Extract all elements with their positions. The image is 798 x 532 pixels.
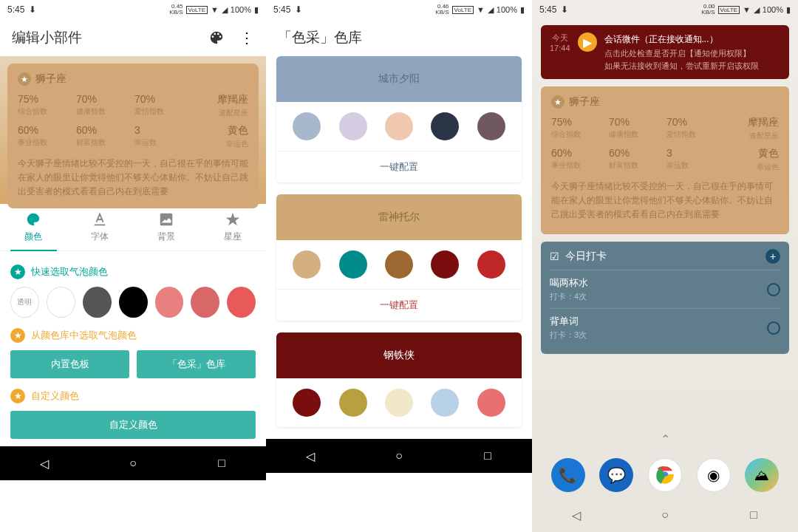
color-library-button[interactable]: 「色采」色库 [137,350,256,378]
color-swatch[interactable] [83,287,112,318]
star-icon: ★ [10,389,25,403]
tab-2[interactable]: 背景 [133,204,200,250]
back-button[interactable]: ◁ [569,508,584,522]
color-swatch[interactable] [47,287,75,318]
palette-swatch[interactable] [293,112,321,140]
palette-swatch[interactable] [477,112,505,140]
tab-3[interactable]: 星座 [200,204,266,250]
send-icon: ▶ [578,33,597,52]
apply-palette-button[interactable]: 一键配置 [276,289,522,321]
custom-color-button[interactable]: 自定义颜色 [10,411,256,439]
page-title: 「色采」色库 [266,19,532,56]
android-navbar: ◁ ○ □ [532,498,798,532]
palette-card: 城市夕阳一键配置 [276,56,522,183]
notification-card[interactable]: 今天17:44 ▶ 会话微件（正在接收通知...） 点击此处检查是否开启【通知使… [541,25,789,79]
status-bar: 5:45⬇ 0.46KB/S VoLTE ▼◢100%▮ [266,0,532,19]
palette-name: 城市夕阳 [276,56,522,102]
page-title: 编辑小部件 [12,28,82,47]
palette-swatch[interactable] [339,112,367,140]
calendar-icon: ☑ [550,250,559,262]
palette-name: 雷神托尔 [276,194,522,240]
palette-swatch[interactable] [385,112,413,140]
recent-button[interactable]: □ [480,449,495,463]
color-swatch[interactable] [155,287,184,318]
status-bar: 5:45⬇ 0.45KB/S VoLTE ▼◢100%▮ [0,0,266,19]
builtin-palette-button[interactable]: 内置色板 [10,350,129,378]
dock: 📞 💬 ◉ ⛰ [532,452,798,498]
star-icon: ★ [10,265,25,279]
section-title: 自定义颜色 [31,389,79,403]
section-title: 快速选取气泡颜色 [31,265,108,279]
todo-widget[interactable]: ☑今日打卡 + 喝两杯水打卡：4次背单词打卡：3次 [541,242,789,354]
palette-swatch[interactable] [339,389,367,417]
palette-swatch[interactable] [339,250,367,279]
palette-swatch[interactable] [293,389,321,417]
add-button[interactable]: + [765,249,780,264]
palette-swatch[interactable] [431,389,459,417]
gallery-app-icon[interactable]: ⛰ [745,458,779,492]
color-swatch[interactable] [191,287,219,318]
chrome-app-icon[interactable] [648,458,682,492]
home-button[interactable]: ○ [126,456,140,471]
palette-swatch[interactable] [477,250,505,279]
todo-item[interactable]: 背单词打卡：3次 [550,309,780,347]
apply-palette-button[interactable]: 一键配置 [276,151,522,183]
tab-0[interactable]: 颜色 [0,204,66,250]
todo-checkbox[interactable] [767,283,780,296]
transparent-swatch[interactable]: 透明 [10,287,39,318]
home-button[interactable]: ○ [658,508,672,522]
palette-name: 钢铁侠 [276,332,522,378]
palette-swatch[interactable] [431,250,459,279]
todo-checkbox[interactable] [767,321,780,335]
recent-button[interactable]: □ [746,508,761,522]
palette-swatch[interactable] [477,389,505,417]
palette-swatch[interactable] [385,389,413,417]
palette-swatch[interactable] [385,250,413,279]
widget-preview: ★狮子座 75%综合指数70%健康指数70%爱情指数摩羯座速配星座60%事业指数… [0,56,266,204]
tab-1[interactable]: 字体 [66,204,133,250]
svg-rect-0 [160,214,173,226]
android-navbar: ◁ ○ □ [0,446,266,480]
palette-swatch[interactable] [431,112,459,140]
horoscope-widget[interactable]: ★狮子座 75%综合指数70%健康指数70%爱情指数摩羯座速配星座60%事业指数… [541,86,789,234]
star-icon: ★ [10,328,25,343]
notif-title: 会话微件（正在接收通知...） [604,33,780,46]
palette-swatch[interactable] [293,250,321,279]
color-swatch[interactable] [227,287,256,318]
notif-time: 今天17:44 [550,33,570,72]
recent-button[interactable]: □ [214,456,229,471]
chevron-up-icon[interactable]: ⌃ [532,426,798,452]
camera-app-icon[interactable]: ◉ [697,458,731,492]
android-navbar: ◁ ○ □ [266,439,532,473]
todo-title: 今日打卡 [565,250,607,263]
palette-icon[interactable] [208,30,225,46]
star-icon: ★ [551,95,565,109]
todo-item[interactable]: 喝两杯水打卡：4次 [550,270,780,309]
star-icon: ★ [18,72,31,86]
back-button[interactable]: ◁ [37,456,52,471]
messages-app-icon[interactable]: 💬 [599,458,633,492]
phone-app-icon[interactable]: 📞 [551,458,585,492]
back-button[interactable]: ◁ [303,449,318,463]
palette-card: 钢铁侠 [276,332,522,427]
status-bar: 5:45⬇ 0.00KB/S VoLTE ▼◢100%▮ [532,0,798,19]
more-icon[interactable]: ⋮ [239,30,254,45]
home-button[interactable]: ○ [392,449,406,463]
palette-card: 雷神托尔一键配置 [276,194,522,321]
section-title: 从颜色库中选取气泡颜色 [31,329,137,342]
color-swatch[interactable] [119,287,148,318]
